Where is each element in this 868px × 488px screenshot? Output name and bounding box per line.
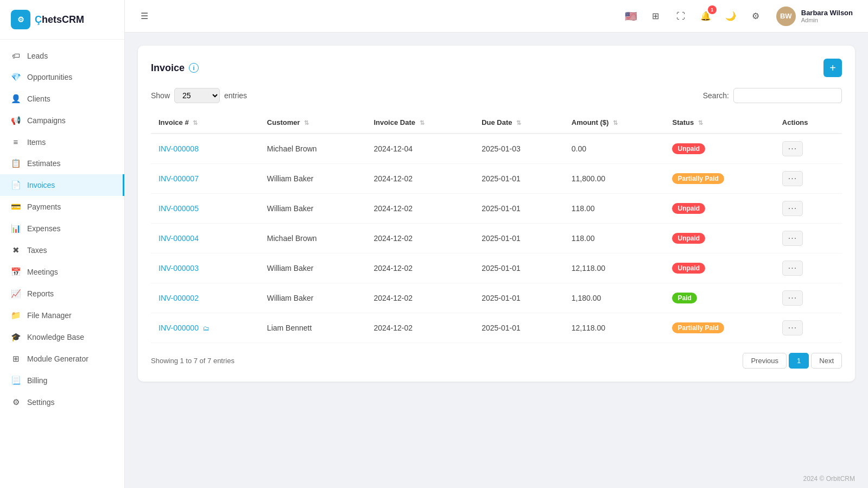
sidebar-item-billing[interactable]: 📃 Billing — [0, 370, 124, 391]
sidebar-item-module-generator[interactable]: ⊞ Module Generator — [0, 348, 124, 370]
cell-amount: 12,118.00 — [564, 253, 665, 283]
notification-badge: 1 — [708, 5, 717, 14]
invoice-table: Invoice # ⇅Customer ⇅Invoice Date ⇅Due D… — [151, 112, 842, 343]
sidebar-label-opportunities: Opportunities — [27, 73, 72, 81]
col-invoice_date[interactable]: Invoice Date ⇅ — [366, 112, 474, 134]
invoice-title: Invoice — [151, 62, 185, 74]
table-row: INV-000007 William Baker 2024-12-02 2025… — [151, 164, 842, 194]
menu-toggle-button[interactable]: ☰ — [136, 8, 153, 25]
table-body: INV-000008 Michael Brown 2024-12-04 2025… — [151, 134, 842, 343]
entries-select[interactable]: 102550100 — [174, 88, 220, 103]
table-row: INV-000005 William Baker 2024-12-02 2025… — [151, 194, 842, 224]
cell-invoice-date: 2024-12-02 — [366, 313, 474, 343]
row-actions-button[interactable]: ··· — [782, 290, 803, 306]
sidebar-item-meetings[interactable]: 📅 Meetings — [0, 261, 124, 283]
topbar: ☰ 🇺🇸 ⊞ ⛶ 🔔 1 🌙 ⚙ — [125, 0, 868, 33]
status-badge: Unpaid — [672, 203, 705, 214]
sidebar-item-campaigns[interactable]: 📢 Campaigns — [0, 110, 124, 131]
sidebar-label-leads: Leads — [27, 52, 48, 60]
sidebar-item-payments[interactable]: 💳 Payments — [0, 196, 124, 218]
row-actions-button[interactable]: ··· — [782, 261, 803, 276]
invoice-link[interactable]: INV-000008 — [159, 144, 199, 153]
cell-invoice-num: INV-000002 — [151, 283, 259, 313]
dark-mode-toggle[interactable]: 🌙 — [722, 8, 739, 25]
add-invoice-button[interactable]: + — [823, 59, 842, 77]
flag-icon[interactable]: 🇺🇸 — [622, 8, 639, 25]
opportunities-icon: 💎 — [11, 72, 21, 82]
table-controls: Show 102550100 entries Search: — [151, 88, 842, 103]
cell-invoice-num: INV-000003 — [151, 253, 259, 283]
sidebar-item-invoices[interactable]: 📄 Invoices — [0, 174, 124, 196]
sidebar-item-opportunities[interactable]: 💎 Opportunities — [0, 66, 124, 88]
sidebar-item-expenses[interactable]: 📊 Expenses — [0, 218, 124, 239]
col-status[interactable]: Status ⇅ — [664, 112, 774, 134]
fullscreen-icon[interactable]: ⛶ — [672, 8, 689, 25]
expenses-icon: 📊 — [11, 224, 21, 233]
user-role: Admin — [801, 17, 853, 23]
cell-customer: Michael Brown — [259, 224, 366, 253]
next-button[interactable]: Next — [811, 353, 842, 369]
col-invoice_num[interactable]: Invoice # ⇅ — [151, 112, 259, 134]
sidebar-label-reports: Reports — [27, 289, 54, 298]
invoice-link[interactable]: INV-000000 — [159, 324, 199, 332]
info-icon[interactable]: i — [189, 63, 199, 73]
row-actions-button[interactable]: ··· — [782, 320, 803, 335]
sidebar-item-estimates[interactable]: 📋 Estimates — [0, 153, 124, 174]
sidebar-item-items[interactable]: ≡ Items — [0, 131, 124, 153]
sidebar-item-knowledge-base[interactable]: 🎓 Knowledge Base — [0, 326, 124, 348]
settings-button[interactable]: ⚙ — [747, 8, 764, 25]
cell-amount: 12,118.00 — [564, 313, 665, 343]
sidebar-item-reports[interactable]: 📈 Reports — [0, 283, 124, 305]
user-profile[interactable]: BW Barbara Wilson Admin — [772, 4, 857, 28]
invoice-link[interactable]: INV-000002 — [159, 294, 199, 302]
file-manager-icon: 📁 — [11, 310, 21, 320]
cell-invoice-num: INV-000005 — [151, 194, 259, 224]
pagination: Previous 1 Next — [743, 353, 842, 369]
cell-actions: ··· — [775, 313, 842, 343]
row-actions-button[interactable]: ··· — [782, 171, 803, 186]
invoice-link[interactable]: INV-000004 — [159, 234, 199, 243]
sidebar-label-clients: Clients — [27, 94, 50, 103]
cell-status: Unpaid — [664, 134, 774, 164]
sidebar-label-campaigns: Campaigns — [27, 116, 66, 125]
sidebar-item-leads[interactable]: 🏷 Leads — [0, 45, 124, 66]
cell-amount: 118.00 — [564, 194, 665, 224]
cell-due-date: 2025-01-01 — [474, 194, 564, 224]
sidebar-label-settings: Settings — [27, 398, 55, 407]
cell-invoice-num: INV-000007 — [151, 164, 259, 194]
col-amount[interactable]: Amount ($) ⇅ — [564, 112, 665, 134]
panel-header: Invoice i + — [151, 59, 842, 77]
col-due_date[interactable]: Due Date ⇅ — [474, 112, 564, 134]
previous-button[interactable]: Previous — [743, 353, 787, 369]
sidebar-item-settings[interactable]: ⚙ Settings — [0, 391, 124, 413]
cell-customer: William Baker — [259, 283, 366, 313]
show-label: Show — [151, 91, 170, 100]
row-actions-button[interactable]: ··· — [782, 141, 803, 156]
campaigns-icon: 📢 — [11, 116, 21, 125]
grid-icon[interactable]: ⊞ — [647, 8, 664, 25]
row-actions-button[interactable]: ··· — [782, 201, 803, 216]
sidebar-item-taxes[interactable]: ✖ Taxes — [0, 239, 124, 261]
col-customer[interactable]: Customer ⇅ — [259, 112, 366, 134]
copy-icon[interactable]: 🗂 — [203, 325, 210, 332]
content-area: Invoice i + Show 102550100 entries Searc… — [125, 33, 868, 470]
knowledge-base-icon: 🎓 — [11, 332, 21, 342]
sidebar-label-invoices: Invoices — [27, 181, 55, 189]
cell-status: Partially Paid — [664, 313, 774, 343]
page-1-button[interactable]: 1 — [789, 353, 809, 369]
sidebar-item-file-manager[interactable]: 📁 File Manager — [0, 305, 124, 326]
invoice-link[interactable]: INV-000005 — [159, 204, 199, 213]
show-entries-control: Show 102550100 entries — [151, 88, 247, 103]
row-actions-button[interactable]: ··· — [782, 231, 803, 246]
cell-actions: ··· — [775, 224, 842, 253]
showing-text: Showing 1 to 7 of 7 entries — [151, 357, 235, 365]
logo[interactable]: ⚙ ÇhetsCRM — [0, 0, 124, 40]
invoice-link[interactable]: INV-000003 — [159, 264, 199, 272]
search-input[interactable] — [733, 88, 842, 103]
cell-invoice-date: 2024-12-04 — [366, 134, 474, 164]
invoice-link[interactable]: INV-000007 — [159, 174, 199, 183]
avatar: BW — [776, 7, 796, 26]
sidebar-item-clients[interactable]: 👤 Clients — [0, 88, 124, 110]
cell-actions: ··· — [775, 253, 842, 283]
notifications-button[interactable]: 🔔 1 — [697, 8, 714, 25]
